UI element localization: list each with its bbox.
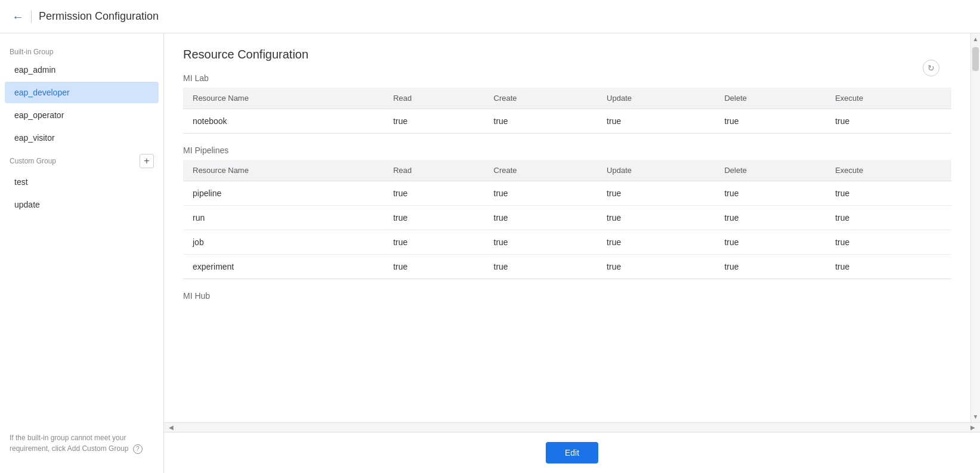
page-title: Permission Configuration [39,10,159,23]
cell-delete: true [715,181,826,206]
scroll-track [971,45,980,411]
table-row: jobtruetruetruetruetrue [183,230,951,255]
cell-delete: true [715,206,826,230]
help-icon[interactable]: ? [133,444,143,454]
table-row: runtruetruetruetruetrue [183,206,951,230]
cell-delete: true [715,230,826,255]
cell-execute: true [826,255,951,279]
cell-name: notebook [183,109,384,134]
main-content: ↻ Resource Configuration MI Lab Resource… [164,33,970,422]
refresh-button[interactable]: ↻ [923,60,939,76]
horizontal-scrollbar: ◀ ▶ [164,422,980,432]
content-area: Built-in Group eap_admin eap_developer e… [0,33,980,473]
sidebar-item-eap-visitor[interactable]: eap_visitor [5,127,159,149]
sidebar-item-test[interactable]: test [5,171,159,193]
col-resource-name: Resource Name [183,88,384,109]
cell-execute: true [826,206,951,230]
section-mi-hub: MI Hub [183,291,951,301]
cell-delete: true [715,255,826,279]
footer: Edit [164,432,980,473]
col-delete: Delete [715,88,826,109]
table-mi-lab: Resource Name Read Create Update Delete … [183,88,951,134]
section-mi-pipelines: MI Pipelines [183,146,951,155]
edit-button[interactable]: Edit [546,442,598,463]
cell-read: true [384,181,484,206]
col-update: Update [597,160,715,181]
cell-read: true [384,206,484,230]
cell-read: true [384,230,484,255]
cell-update: true [597,255,715,279]
col-read: Read [384,160,484,181]
cell-create: true [484,230,598,255]
builtin-group-label: Built-in Group [0,43,163,58]
cell-create: true [484,109,598,134]
cell-create: true [484,206,598,230]
col-execute: Execute [826,88,951,109]
cell-name: job [183,230,384,255]
cell-update: true [597,109,715,134]
add-custom-group-button[interactable]: + [140,154,154,168]
col-delete: Delete [715,160,826,181]
sidebar-footer: If the built-in group cannot meet your r… [0,423,163,463]
sidebar: Built-in Group eap_admin eap_developer e… [0,33,164,473]
right-scrollbar: ▲ ▼ [970,33,980,422]
table-mi-pipelines: Resource Name Read Create Update Delete … [183,160,951,279]
table-header-row: Resource Name Read Create Update Delete … [183,88,951,109]
cell-execute: true [826,181,951,206]
scroll-right-arrow[interactable]: ▶ [968,423,978,432]
sidebar-item-eap-developer[interactable]: eap_developer [5,82,159,103]
table-row: pipelinetruetruetruetruetrue [183,181,951,206]
header: ← Permission Configuration [0,0,980,33]
cell-update: true [597,181,715,206]
custom-group-label: Custom Group [10,157,56,165]
col-read: Read [384,88,484,109]
cell-create: true [484,181,598,206]
table-row: experimenttruetruetruetruetrue [183,255,951,279]
table-header-row: Resource Name Read Create Update Delete … [183,160,951,181]
scroll-down-arrow[interactable]: ▼ [973,411,979,422]
sidebar-item-eap-admin[interactable]: eap_admin [5,59,159,81]
cell-read: true [384,109,484,134]
col-create: Create [484,160,598,181]
cell-name: run [183,206,384,230]
scroll-left-arrow[interactable]: ◀ [166,423,176,432]
cell-read: true [384,255,484,279]
scroll-up-arrow[interactable]: ▲ [973,33,979,45]
custom-group-header: Custom Group + [0,149,163,171]
back-button[interactable]: ← [12,11,24,23]
cell-execute: true [826,109,951,134]
main-title: Resource Configuration [183,48,951,61]
col-execute: Execute [826,160,951,181]
section-mi-lab: MI Lab [183,73,951,83]
col-update: Update [597,88,715,109]
cell-name: pipeline [183,181,384,206]
col-resource-name: Resource Name [183,160,384,181]
cell-create: true [484,255,598,279]
cell-execute: true [826,230,951,255]
header-divider [31,11,32,23]
cell-name: experiment [183,255,384,279]
sidebar-item-eap-operator[interactable]: eap_operator [5,104,159,126]
refresh-icon-container: ↻ [923,60,939,76]
table-row: notebook true true true true true [183,109,951,134]
col-create: Create [484,88,598,109]
sidebar-item-update[interactable]: update [5,194,159,215]
cell-delete: true [715,109,826,134]
scroll-thumb[interactable] [972,47,979,71]
cell-update: true [597,230,715,255]
cell-update: true [597,206,715,230]
